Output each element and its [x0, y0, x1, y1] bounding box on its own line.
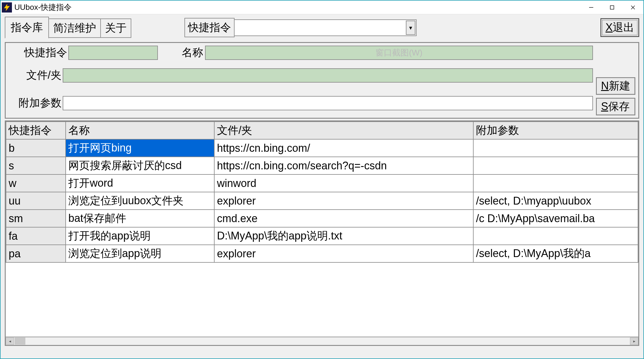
- file-label: 文件/夹: [9, 68, 63, 83]
- cell-cmd[interactable]: b: [6, 139, 66, 157]
- header-arg[interactable]: 附加参数: [473, 122, 638, 139]
- cell-cmd[interactable]: sm: [6, 210, 66, 227]
- grid-header-row: 快捷指令 名称 文件/夹 附加参数: [6, 122, 638, 139]
- cell-arg[interactable]: /c D:\MyApp\savemail.ba: [473, 210, 638, 227]
- data-grid: 快捷指令 名称 文件/夹 附加参数 b打开网页binghttps://cn.bi…: [5, 120, 639, 346]
- close-button[interactable]: [623, 1, 643, 14]
- cell-arg[interactable]: [473, 227, 638, 245]
- cell-file[interactable]: https://cn.bing.com/search?q=-csdn: [214, 157, 473, 174]
- cell-file[interactable]: https://cn.bing.com/: [214, 139, 473, 157]
- cell-arg[interactable]: [473, 157, 638, 174]
- cell-cmd[interactable]: fa: [6, 227, 66, 245]
- tab-command-library[interactable]: 指令库: [5, 17, 49, 38]
- cell-arg[interactable]: [473, 174, 638, 192]
- name-label: 名称: [182, 45, 203, 60]
- table-row[interactable]: w打开wordwinword: [6, 174, 638, 192]
- cell-name[interactable]: 打开word: [66, 174, 214, 192]
- scroll-left-icon[interactable]: ◂: [6, 338, 14, 345]
- horizontal-scrollbar[interactable]: ◂ ▸: [6, 337, 638, 345]
- svg-rect-1: [610, 6, 614, 9]
- tab-about[interactable]: 关于: [100, 18, 131, 38]
- cell-cmd[interactable]: s: [6, 157, 66, 174]
- cell-name[interactable]: bat保存邮件: [66, 210, 214, 227]
- cell-cmd[interactable]: pa: [6, 245, 66, 262]
- window-title: UUbox-快捷指令: [14, 2, 581, 13]
- cell-file[interactable]: explorer: [214, 245, 473, 262]
- cell-name[interactable]: 打开我的app说明: [66, 227, 214, 245]
- cell-cmd[interactable]: w: [6, 174, 66, 192]
- arg-input[interactable]: [63, 96, 593, 110]
- cell-arg[interactable]: /select, D:\MyApp\我的a: [473, 245, 638, 262]
- header-cmd[interactable]: 快捷指令: [6, 122, 66, 139]
- minimize-button[interactable]: [581, 1, 602, 14]
- new-button[interactable]: N新建: [596, 77, 635, 95]
- form-panel: 快捷指令 名称 窗口截图(W) 文件/夹 附加参数 N新建 S保存: [5, 42, 639, 119]
- maximize-button[interactable]: [602, 1, 623, 14]
- cell-file[interactable]: D:\MyApp\我的app说明.txt: [214, 227, 473, 245]
- cell-name[interactable]: 浏览定位到uubox文件夹: [66, 192, 214, 210]
- app-icon: [2, 2, 12, 13]
- table-row[interactable]: pa浏览定位到app说明explorer/select, D:\MyApp\我的…: [6, 245, 638, 262]
- combo-label: 快捷指令: [184, 18, 235, 37]
- quick-command-combo[interactable]: [235, 19, 417, 36]
- cell-file[interactable]: cmd.exe: [214, 210, 473, 227]
- cell-name[interactable]: 打开网页bing: [66, 139, 214, 157]
- header-name[interactable]: 名称: [66, 122, 214, 139]
- titlebar: UUbox-快捷指令: [1, 1, 643, 14]
- scroll-right-icon[interactable]: ▸: [630, 338, 638, 345]
- toolbar: 指令库 简洁维护 关于 快捷指令 X退出: [1, 14, 643, 42]
- cell-file[interactable]: explorer: [214, 192, 473, 210]
- cmd-input[interactable]: [68, 46, 158, 60]
- name-watermark: 窗口截图(W): [375, 47, 422, 58]
- table-row[interactable]: smbat保存邮件cmd.exe/c D:\MyApp\savemail.ba: [6, 210, 638, 227]
- table-row[interactable]: s网页搜索屏蔽讨厌的csdhttps://cn.bing.com/search?…: [6, 157, 638, 174]
- file-input[interactable]: [63, 68, 593, 83]
- name-input[interactable]: 窗口截图(W): [205, 46, 593, 60]
- cell-arg[interactable]: /select, D:\myapp\uubox: [473, 192, 638, 210]
- table-row[interactable]: fa打开我的app说明D:\MyApp\我的app说明.txt: [6, 227, 638, 245]
- arg-label: 附加参数: [9, 96, 63, 110]
- cmd-label: 快捷指令: [9, 45, 68, 60]
- cell-file[interactable]: winword: [214, 174, 473, 192]
- exit-button[interactable]: X退出: [600, 18, 639, 37]
- tab-simple-maintain[interactable]: 简洁维护: [48, 18, 101, 38]
- cell-cmd[interactable]: uu: [6, 192, 66, 210]
- cell-name[interactable]: 网页搜索屏蔽讨厌的csd: [66, 157, 214, 174]
- save-button[interactable]: S保存: [596, 98, 635, 115]
- chevron-down-icon[interactable]: [406, 21, 415, 35]
- header-file[interactable]: 文件/夹: [214, 122, 473, 139]
- table-row[interactable]: uu浏览定位到uubox文件夹explorer/select, D:\myapp…: [6, 192, 638, 210]
- scroll-thumb[interactable]: [15, 338, 25, 345]
- table-row[interactable]: b打开网页binghttps://cn.bing.com/: [6, 139, 638, 157]
- cell-arg[interactable]: [473, 139, 638, 157]
- cell-name[interactable]: 浏览定位到app说明: [66, 245, 214, 262]
